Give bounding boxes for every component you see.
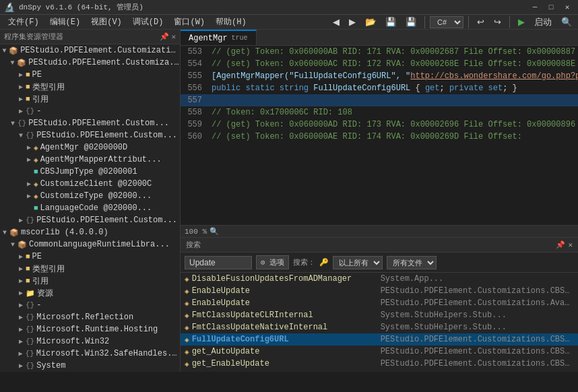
tree-item[interactable]: ▶ ◈ CustomizeClient @02000C xyxy=(0,178,180,190)
line-content xyxy=(209,94,578,106)
tree-item[interactable]: ▶ {} Microsoft.Runtime.Hosting xyxy=(0,323,180,335)
tree-icon: ■ xyxy=(26,95,30,103)
tree-item[interactable]: ▼ {} PEStudio.PDFElement.Custom... xyxy=(0,129,180,141)
search-type-dropdown[interactable]: 以上所有 xyxy=(333,256,383,269)
zoom-icon: 🔍 xyxy=(210,227,219,236)
language-selector[interactable]: C# IL xyxy=(430,16,463,28)
tree-item[interactable]: ▶ {} Microsoft.Win32 xyxy=(0,335,180,348)
tree-item[interactable]: ▶ {} - xyxy=(0,299,180,311)
back-button[interactable]: ◀ xyxy=(329,15,343,28)
tree-arrow: ▶ xyxy=(16,350,26,358)
line-number: 556 xyxy=(181,82,209,94)
tree-item[interactable]: ▶ {} PEStudio.PDFElement.Custom... xyxy=(0,214,180,226)
tree-icon: ◈ xyxy=(34,180,38,189)
tree-item[interactable]: ▶ {} Microsoft.Win32.SafeHandles... xyxy=(0,348,180,360)
tab-close-button[interactable]: true xyxy=(232,34,248,42)
close-button[interactable]: ✕ xyxy=(560,2,574,13)
options-label: 选项 xyxy=(269,259,284,267)
forward-button[interactable]: ▶ xyxy=(346,15,359,28)
start-button[interactable]: 启动 xyxy=(531,15,555,30)
tree-icon: ◈ xyxy=(34,143,38,152)
tree-label: CBSJumpType @0200001 xyxy=(40,167,137,176)
tree-item[interactable]: ▶ ■ PE xyxy=(0,69,180,81)
menu-window[interactable]: 窗口(W) xyxy=(168,15,210,29)
code-line: 560 // (set) Token: 0x060000AE RID: 174 … xyxy=(181,131,578,143)
menu-file[interactable]: 文件(F) xyxy=(3,15,44,29)
search-pin[interactable]: 📌 xyxy=(556,240,565,249)
tree-item[interactable]: ▶ ■ PE xyxy=(0,251,180,263)
menu-help[interactable]: 帮助(H) xyxy=(210,15,252,29)
tree-item[interactable]: ▼ 📦 PEStudio.PDFElement.Customiza... xyxy=(0,57,180,69)
maximize-button[interactable]: □ xyxy=(544,2,558,13)
tree-item[interactable]: ▶ ■ 引用 xyxy=(0,93,180,105)
tree-container[interactable]: ▼ 📦 PEStudio.PDFElement.Customizatio... … xyxy=(0,44,180,372)
menu-edit[interactable]: 编辑(E) xyxy=(44,15,86,29)
menu-view[interactable]: 视图(V) xyxy=(86,15,127,29)
panel-title: 程序集资源管理器 xyxy=(4,32,63,42)
comment-text: // (set) Token: 0x060000AC RID: 172 RVA:… xyxy=(212,59,575,69)
minimize-button[interactable]: ─ xyxy=(528,2,542,13)
tab-label: AgentMgr xyxy=(189,34,228,43)
open-button[interactable]: 📂 xyxy=(362,15,379,28)
result-row[interactable]: ◈ FmtClassUpdateCLRInternal System.StubH… xyxy=(181,309,578,321)
redo-button[interactable]: ↪ xyxy=(490,15,505,28)
tree-arrow: ▼ xyxy=(0,229,9,236)
line-number: 558 xyxy=(181,106,209,119)
tree-item[interactable]: ■ LanguageCode @020000... xyxy=(0,202,180,214)
code-table: 553 // (get) Token: 0x060000AB RID: 171 … xyxy=(181,46,578,143)
search-results[interactable]: ◈ DisableFusionUpdatesFromADManager Syst… xyxy=(181,273,578,372)
options-button[interactable]: ⊙ 选项 xyxy=(256,255,289,269)
result-location: System.App... xyxy=(381,274,444,284)
search-close[interactable]: ✕ xyxy=(568,240,573,249)
search-button[interactable]: 🔍 xyxy=(558,15,575,28)
tree-item[interactable]: ▶ ■ 类型引用 xyxy=(0,81,180,93)
tree-item[interactable]: ▼ {} PEStudio.PDFElement.Custom... xyxy=(0,117,180,129)
search-scope-dropdown[interactable]: 所有文件 xyxy=(387,256,437,269)
result-row[interactable]: ◈ get_EnableUpdate PEStudio.PDFElement.C… xyxy=(181,358,578,370)
result-row[interactable]: ◈ FmtClassUpdateNativeInternal System.St… xyxy=(181,321,578,333)
tree-label: System xyxy=(36,361,65,370)
result-row[interactable]: ◈ DisableFusionUpdatesFromADManager Syst… xyxy=(181,273,578,285)
separator-2 xyxy=(468,16,469,28)
result-icon: ◈ xyxy=(185,360,189,368)
code-area[interactable]: 553 // (get) Token: 0x060000AB RID: 171 … xyxy=(181,46,578,225)
result-row[interactable]: ◈ FullUpdateConfig6URL PEStudio.PDFEleme… xyxy=(181,333,578,346)
tree-item[interactable]: ▶ {} System xyxy=(0,360,180,372)
run-button[interactable]: ▶ xyxy=(515,15,528,28)
tree-item[interactable]: ▼ 📦 PEStudio.PDFElement.Customizatio... xyxy=(0,44,180,57)
result-row[interactable]: ◈ EnableUpdate PEStudio.PDFElement.Custo… xyxy=(181,297,578,309)
tree-item[interactable]: ▶ {} - xyxy=(0,105,180,117)
line-content: // Token: 0x1700006C RID: 108 xyxy=(209,106,578,119)
tree-item[interactable]: ▶ ■ 类型引用 xyxy=(0,263,180,275)
undo-button[interactable]: ↩ xyxy=(474,15,488,28)
search-input[interactable] xyxy=(185,256,252,269)
save-all-button[interactable]: 💾 xyxy=(402,15,420,28)
tree-item[interactable]: ▶ ◈ AgentMgr @0200000D xyxy=(0,141,180,154)
tab-agentmgr[interactable]: AgentMgr true xyxy=(181,30,257,45)
tree-item[interactable]: ▶ ◈ CustomizeType @02000... xyxy=(0,190,180,202)
tree-item[interactable]: ▼ 📦 CommonLanguageRuntimeLibra... xyxy=(0,238,180,251)
tree-label: mscorlib (4.0.0.0) xyxy=(21,228,108,237)
search-toolbar: ⊙ 选项 搜索： 🔑 以上所有 所有文件 xyxy=(181,253,578,273)
menu-debug[interactable]: 调试(D) xyxy=(127,15,169,29)
panel-pin[interactable]: 📌 xyxy=(160,32,169,41)
tree-item[interactable]: ■ CBSJumpType @0200001 xyxy=(0,166,180,178)
save-button[interactable]: 💾 xyxy=(382,15,399,28)
tree-arrow: ▶ xyxy=(16,313,26,321)
tree-item[interactable]: ▶ ■ 引用 xyxy=(0,275,180,287)
tree-label: AgentMgrMapperAttribut... xyxy=(40,155,162,164)
panel-controls: 📌 ✕ xyxy=(160,32,176,41)
result-row[interactable]: ◈ get_AutoUpdate PEStudio.PDFElement.Cus… xyxy=(181,346,578,358)
result-row[interactable]: ◈ EnableUpdate PEStudio.PDFElement.Custo… xyxy=(181,285,578,297)
tree-item[interactable]: ▶ ◈ AgentMgrMapperAttribut... xyxy=(0,154,180,166)
result-icon: ◈ xyxy=(185,275,189,284)
tree-arrow: ▶ xyxy=(16,107,26,115)
tree-item[interactable]: ▶ {} Microsoft.Reflection xyxy=(0,311,180,323)
panel-close[interactable]: ✕ xyxy=(171,32,176,41)
result-row[interactable]: ◈ get_EnableUpdate PEStudio.PDFElement.C… xyxy=(181,370,578,372)
result-icon: ◈ xyxy=(185,323,189,332)
tree-icon: ■ xyxy=(26,71,30,79)
tree-item[interactable]: ▶ 📁 资源 xyxy=(0,287,180,299)
tree-item[interactable]: ▼ 📦 mscorlib (4.0.0.0) xyxy=(0,226,180,238)
options-arrow: ⊙ xyxy=(261,259,265,267)
